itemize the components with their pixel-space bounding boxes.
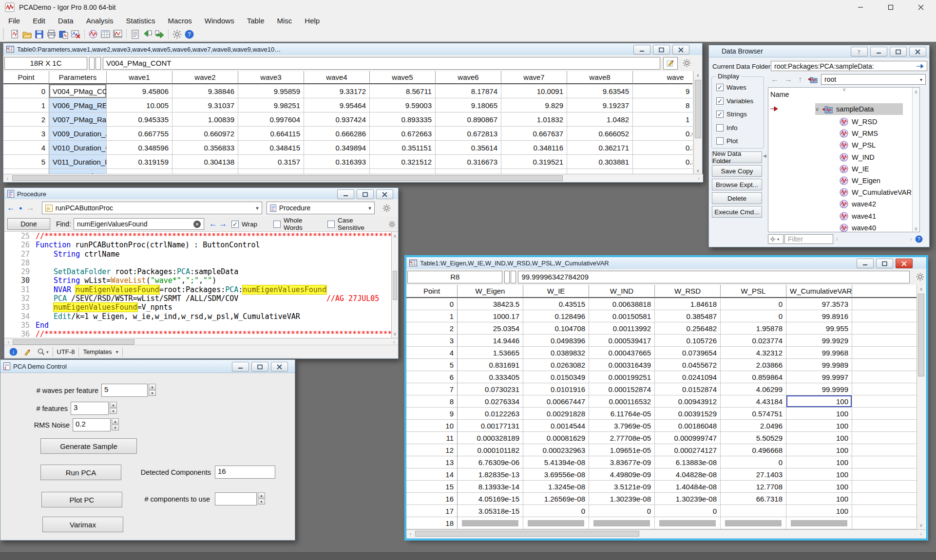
- column-header[interactable]: wave2: [172, 71, 238, 84]
- tree-item-w_rms[interactable]: 1W_RMS: [840, 128, 878, 139]
- wrap-checkbox[interactable]: ✓: [231, 221, 239, 228]
- data-cell[interactable]: 0: [721, 456, 786, 468]
- varimax-button[interactable]: Varimax: [42, 517, 123, 532]
- kill-waves-icon[interactable]: [70, 28, 82, 40]
- data-cell[interactable]: 3.5121e-09: [589, 481, 655, 493]
- tree-item-w_rsd[interactable]: 1W_RSD: [840, 116, 877, 128]
- data-cell[interactable]: 0.104708: [523, 322, 589, 335]
- menu-help[interactable]: Help: [298, 15, 326, 27]
- parameter-cell[interactable]: V009_Duration_A: [49, 127, 107, 141]
- data-cell[interactable]: 9: [633, 84, 692, 98]
- data-cell[interactable]: 0.3157: [238, 155, 304, 169]
- search-dropdown-icon[interactable]: ▾: [46, 350, 49, 355]
- new-table-icon[interactable]: [99, 28, 112, 40]
- detected-components-input[interactable]: 16: [215, 466, 275, 479]
- browse-expt-button[interactable]: Browse Expt...: [712, 179, 762, 190]
- selected-cell[interactable]: V004_PMag_CON: [49, 84, 107, 98]
- folder-path-selector[interactable]: root ▾: [821, 74, 926, 85]
- data-cell[interactable]: 9.98251: [238, 98, 304, 112]
- data-cell[interactable]: 9.38846: [172, 84, 238, 98]
- column-header[interactable]: W_IND: [589, 285, 655, 298]
- table-settings-gear-icon[interactable]: [680, 57, 693, 70]
- data-cell[interactable]: 9.95464: [304, 98, 370, 112]
- data-cell[interactable]: 9.19237: [567, 98, 633, 112]
- column-header[interactable]: wave1: [107, 71, 172, 84]
- execute-cmd-button[interactable]: Execute Cmd...: [712, 206, 762, 218]
- parameter-cell[interactable]: V010_Duration_C: [49, 141, 107, 155]
- data-cell[interactable]: 0.319521: [501, 155, 567, 169]
- data-cell[interactable]: 1.84618: [655, 298, 721, 310]
- data-cell[interactable]: 100: [786, 456, 852, 468]
- data-cell[interactable]: 0.316393: [304, 155, 370, 169]
- formula-bar[interactable]: 99.99996342784209: [518, 271, 910, 283]
- info-checkbox[interactable]: [716, 124, 724, 131]
- menu-analysis[interactable]: Analysis: [80, 15, 120, 27]
- selected-cell[interactable]: 100: [786, 395, 852, 408]
- data-cell[interactable]: 0: [721, 310, 786, 322]
- data-cell[interactable]: 0.348116: [501, 141, 567, 155]
- data-cell[interactable]: 1: [633, 112, 692, 127]
- maximize-button[interactable]: [653, 45, 670, 55]
- data-cell[interactable]: 9.45806: [107, 84, 172, 98]
- data-cell[interactable]: 0.0455672: [655, 359, 721, 371]
- data-cell[interactable]: 0.00638818: [589, 298, 655, 310]
- data-cell[interactable]: 99.9999: [786, 383, 852, 395]
- variables-checkbox[interactable]: ✓: [716, 97, 724, 105]
- data-cell[interactable]: 1.82835e-13: [458, 468, 523, 481]
- data-cell[interactable]: 0.945335: [107, 112, 172, 127]
- data-cell[interactable]: 2.77708e-05: [589, 432, 655, 444]
- app-maximize-icon[interactable]: [876, 0, 906, 15]
- close-button[interactable]: [909, 47, 926, 56]
- menu-file[interactable]: File: [2, 15, 26, 27]
- features-input[interactable]: 3: [71, 402, 109, 415]
- components-to-use-stepper[interactable]: ▲▼: [258, 492, 265, 504]
- filter-options-button[interactable]: ▾: [768, 234, 783, 244]
- maximize-button[interactable]: [876, 259, 893, 268]
- data-cell[interactable]: 0.0498396: [523, 335, 589, 347]
- column-header[interactable]: W_CumulativeVAR: [786, 285, 852, 298]
- minimize-button[interactable]: [232, 362, 249, 372]
- data-cell[interactable]: 97.3573: [786, 298, 852, 310]
- data-cell[interactable]: 0.385487: [655, 310, 721, 322]
- tree-item-w_ie[interactable]: 1W_IE: [840, 163, 869, 175]
- data-cell[interactable]: 0.859864: [721, 371, 786, 383]
- search-icon[interactable]: [37, 348, 45, 356]
- table0-titlebar[interactable]: Table0:Parameters,wave1,wave2,wave3,wave…: [3, 43, 702, 56]
- data-cell[interactable]: 0.43515: [523, 298, 589, 310]
- data-cell[interactable]: 0.00943912: [655, 395, 721, 408]
- goto-current-folder-icon[interactable]: [808, 75, 818, 83]
- print-icon[interactable]: [45, 28, 57, 40]
- close-button[interactable]: [896, 259, 913, 268]
- table1-vertical-scrollbar[interactable]: ∧ ∨: [917, 285, 925, 529]
- done-button[interactable]: Done: [7, 218, 50, 230]
- minimize-button[interactable]: [857, 259, 874, 268]
- column-header[interactable]: Parameters: [49, 71, 107, 84]
- column-header[interactable]: wave4: [304, 71, 370, 84]
- column-header[interactable]: W_PSL: [721, 285, 786, 298]
- new-notebook-icon[interactable]: [129, 28, 141, 40]
- column-header[interactable]: W_Eigen: [458, 285, 523, 298]
- data-cell[interactable]: 99.8916: [786, 310, 852, 322]
- data-cell[interactable]: 0.023774: [721, 335, 786, 347]
- data-cell[interactable]: 0.0152874: [655, 383, 721, 395]
- data-cell[interactable]: 1.0482: [567, 112, 633, 127]
- tree-item-sampledata[interactable]: ∨sampleData: [815, 103, 903, 115]
- data-cell[interactable]: 0.304138: [172, 155, 238, 169]
- data-cell[interactable]: 99.9997: [786, 371, 852, 383]
- data-cell[interactable]: 0: [589, 505, 655, 517]
- scroll-left-icon[interactable]: ‹: [406, 530, 415, 538]
- data-cell[interactable]: 1.3245e-08: [523, 481, 589, 493]
- data-cell[interactable]: [721, 517, 786, 529]
- data-cell[interactable]: 0.00177131: [458, 420, 523, 432]
- data-cell[interactable]: 0.831691: [458, 359, 523, 371]
- clear-find-icon[interactable]: ✕: [193, 221, 201, 228]
- data-cell[interactable]: 0.316673: [436, 155, 501, 169]
- data-cell[interactable]: 1000.17: [458, 310, 523, 322]
- scroll-down-icon[interactable]: ∨: [917, 521, 925, 529]
- help-icon[interactable]: ?: [915, 235, 923, 243]
- scroll-right-icon[interactable]: ›: [695, 174, 703, 183]
- collapse-handle-icon[interactable]: ◀: [763, 153, 766, 158]
- tree-item-wave42[interactable]: 1wave42: [840, 198, 876, 210]
- data-cell[interactable]: 0.0730231: [458, 383, 523, 395]
- data-cell[interactable]: 0.890867: [436, 112, 501, 127]
